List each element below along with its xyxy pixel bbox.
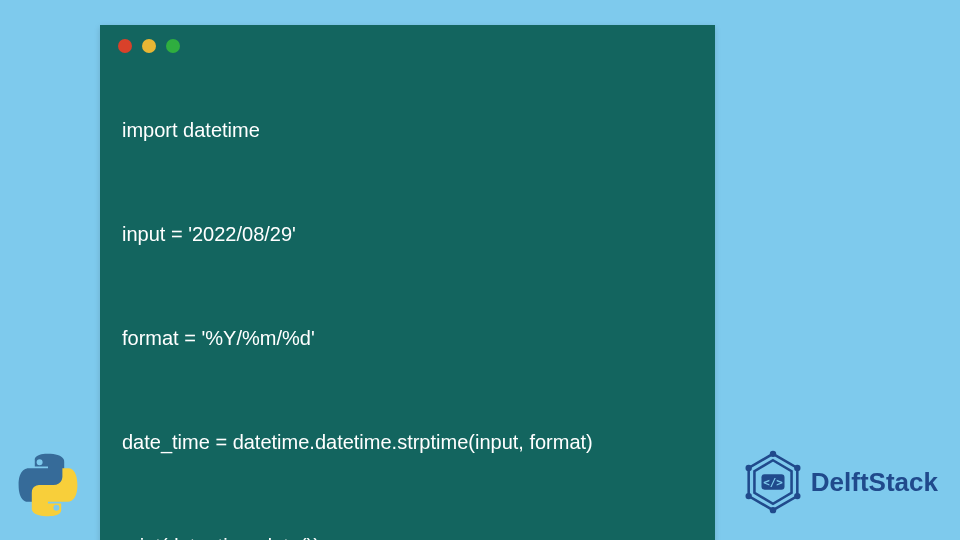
brand-emblem-icon: </> [741, 450, 805, 514]
minimize-icon [142, 39, 156, 53]
code-line: import datetime [122, 117, 693, 143]
svg-point-2 [770, 451, 776, 457]
code-line: date_time = datetime.datetime.strptime(i… [122, 429, 693, 455]
brand: </> DelftStack [741, 450, 938, 514]
svg-text:</>: </> [763, 476, 783, 489]
close-icon [118, 39, 132, 53]
code-line: print(date_time.date()) [122, 533, 693, 540]
brand-name: DelftStack [811, 467, 938, 498]
code-line: format = '%Y/%m/%d' [122, 325, 693, 351]
svg-point-3 [794, 465, 800, 471]
svg-point-7 [745, 465, 751, 471]
code-body: import datetime input = '2022/08/29' for… [100, 61, 715, 540]
code-window: import datetime input = '2022/08/29' for… [100, 25, 715, 540]
window-titlebar [100, 25, 715, 61]
maximize-icon [166, 39, 180, 53]
code-line: input = '2022/08/29' [122, 221, 693, 247]
python-logo-icon [15, 452, 81, 518]
svg-point-6 [745, 493, 751, 499]
svg-point-4 [794, 493, 800, 499]
svg-point-5 [770, 507, 776, 513]
